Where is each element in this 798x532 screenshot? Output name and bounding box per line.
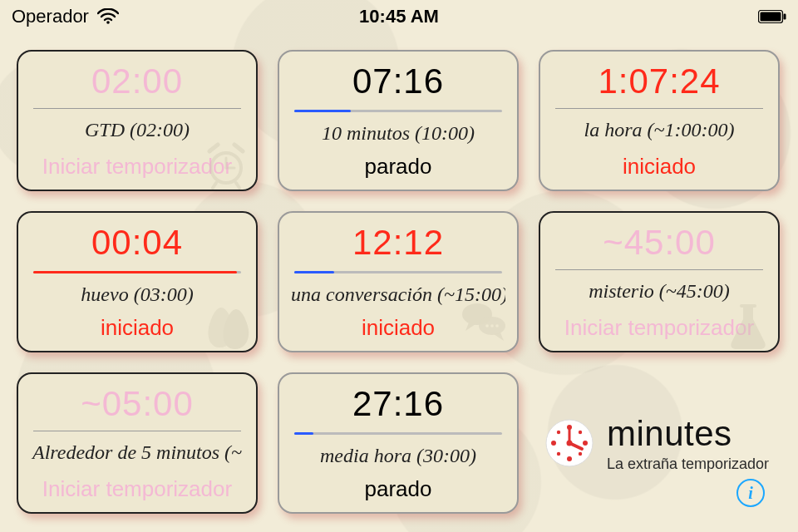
timer-status: iniciado — [552, 154, 766, 180]
status-bar: Operador 10:45 AM — [0, 0, 798, 33]
timer-divider — [555, 108, 763, 109]
app-title: minutes — [607, 414, 769, 454]
timer-status: parado — [291, 476, 505, 502]
timer-card[interactable]: 02:00GTD (02:00)Iniciar temporizador — [17, 50, 258, 191]
timer-status: Iniciar temporizador — [30, 476, 244, 502]
timer-progress — [294, 110, 502, 112]
timer-card[interactable]: ~05:00Alrededor de 5 minutos (~Iniciar t… — [17, 372, 258, 514]
timer-label: media hora (30:00) — [291, 445, 505, 467]
timer-time: 27:16 — [291, 384, 505, 424]
svg-point-22 — [557, 452, 560, 456]
svg-point-24 — [567, 441, 573, 446]
svg-point-11 — [485, 324, 489, 328]
timer-time: 07:16 — [291, 62, 505, 101]
timer-card[interactable]: 07:1610 minutos (10:00)parado — [278, 50, 519, 191]
timer-divider — [33, 108, 241, 109]
timer-label: la hora (~1:00:00) — [552, 119, 766, 141]
timer-progress — [294, 432, 502, 435]
svg-point-13 — [495, 324, 499, 328]
timer-time: 12:12 — [291, 223, 505, 263]
svg-point-17 — [567, 456, 572, 461]
timer-card[interactable]: ~45:00misterio (~45:00)Iniciar temporiza… — [539, 211, 780, 352]
svg-point-19 — [583, 441, 588, 446]
timer-label: 10 minutos (10:00) — [291, 122, 505, 145]
egg-icon — [201, 301, 251, 351]
timer-card[interactable]: 27:16media hora (30:00)parado — [278, 372, 519, 514]
svg-point-20 — [557, 431, 560, 434]
info-button[interactable]: i — [736, 479, 765, 507]
app-brand: minutesLa extraña temporizadori — [539, 372, 780, 514]
timer-label: GTD (02:00) — [30, 119, 244, 141]
timer-card[interactable]: 1:07:24la hora (~1:00:00)iniciado — [539, 50, 780, 191]
timer-label: Alrededor de 5 minutos (~ — [30, 441, 244, 464]
flask-icon — [723, 301, 773, 351]
timer-divider — [33, 431, 241, 431]
chat-icon — [459, 294, 509, 344]
timer-time: 1:07:24 — [552, 62, 766, 101]
timer-divider — [555, 269, 763, 270]
svg-point-23 — [579, 452, 582, 456]
app-subtitle: La extraña temporizador — [607, 456, 769, 473]
svg-rect-14 — [740, 304, 756, 308]
timer-time: ~05:00 — [30, 384, 244, 424]
timer-card[interactable]: 12:12una conversación (~15:00)iniciado — [278, 211, 519, 352]
svg-line-8 — [236, 183, 239, 188]
timer-grid: 02:00GTD (02:00)Iniciar temporizador07:1… — [0, 33, 798, 532]
timer-time: ~45:00 — [552, 223, 766, 263]
svg-point-12 — [490, 324, 494, 328]
svg-point-21 — [579, 431, 582, 434]
timer-time: 00:04 — [30, 223, 244, 263]
timer-card[interactable]: 00:04huevo (03:00)iniciado — [17, 211, 258, 352]
svg-point-18 — [551, 441, 556, 446]
alarm-icon — [201, 140, 251, 190]
timer-progress — [33, 271, 241, 273]
app-logo-icon — [544, 417, 595, 469]
timer-status: parado — [291, 154, 505, 180]
statusbar-time: 10:45 AM — [0, 6, 798, 27]
svg-line-7 — [213, 183, 216, 188]
timer-progress — [294, 271, 502, 273]
timer-time: 02:00 — [30, 62, 244, 101]
timer-label: misterio (~45:00) — [552, 280, 766, 303]
